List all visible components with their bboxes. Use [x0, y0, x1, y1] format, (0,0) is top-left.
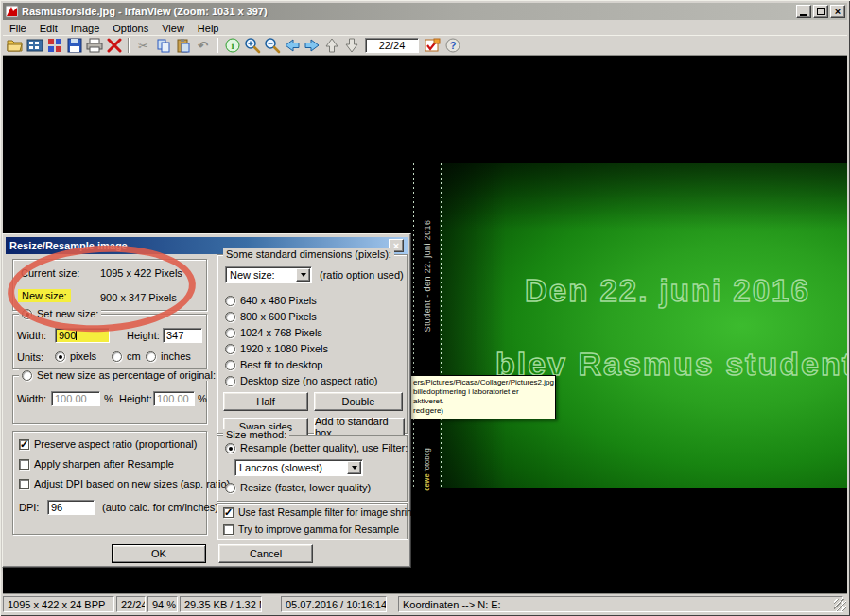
- chevron-down-icon[interactable]: [296, 268, 310, 282]
- checkbox-icon: [223, 524, 234, 535]
- page-indicator-field[interactable]: 22/24: [365, 38, 419, 53]
- resample-radio[interactable]: Resample (better quality), use Filter:: [225, 442, 408, 453]
- set-new-size-group: Set new size: Width: 900 Height: 347 Uni…: [12, 314, 207, 369]
- ok-button[interactable]: OK: [112, 544, 206, 563]
- minimize-button[interactable]: [796, 5, 811, 18]
- previous-image-icon[interactable]: [282, 36, 302, 55]
- jpg-lossless-operations-icon[interactable]: [423, 36, 442, 55]
- info-icon[interactable]: i: [222, 36, 242, 55]
- double-button[interactable]: Double: [314, 392, 403, 411]
- standard-dimensions-label: Some standard dimensions (pixels):: [223, 248, 394, 260]
- dpi-input[interactable]: 96: [47, 500, 95, 515]
- checkbox-icon: [223, 507, 234, 518]
- text-caret: [76, 331, 77, 340]
- add-to-standard-button[interactable]: Add to standard box: [314, 418, 405, 436]
- menu-file[interactable]: File: [3, 23, 33, 34]
- menu-image[interactable]: Image: [64, 23, 107, 34]
- percentage-label: Set new size as percentage of original:: [37, 369, 216, 381]
- first-file-icon[interactable]: [321, 36, 341, 55]
- unit-pixels-label: pixels: [70, 351, 96, 362]
- radio-icon: [225, 296, 235, 306]
- radio-icon: [225, 328, 235, 338]
- radio-best-fit[interactable]: Best fit to desktop: [225, 359, 322, 370]
- radio-label: 800 x 600 Pixels: [240, 311, 317, 322]
- radio-1920x1080[interactable]: 1920 x 1080 Pixels: [225, 343, 328, 354]
- slideshow-icon[interactable]: [44, 36, 64, 55]
- radio-800x600[interactable]: 800 x 600 Pixels: [225, 311, 317, 322]
- width-label: Width:: [17, 330, 46, 341]
- options-group: Preserve aspect ratio (proportional) App…: [12, 431, 207, 535]
- unit-cm-label: cm: [127, 351, 141, 362]
- radio-icon: [225, 344, 235, 354]
- radio-icon: [112, 351, 122, 362]
- delete-icon[interactable]: [104, 36, 124, 55]
- radio-640x480[interactable]: 640 x 480 Pixels: [225, 295, 317, 306]
- print-icon[interactable]: [84, 36, 104, 55]
- next-image-icon[interactable]: [302, 36, 321, 55]
- minimize-icon: [800, 14, 807, 16]
- gamma-checkbox[interactable]: Try to improve gamma for Resample: [223, 523, 399, 535]
- unit-inches-radio[interactable]: inches: [146, 351, 191, 362]
- percentage-radio[interactable]: [22, 370, 32, 381]
- svg-text:?: ?: [449, 40, 456, 51]
- percentage-legend[interactable]: Set new size as percentage of original:: [19, 369, 218, 381]
- filter-combobox[interactable]: Lanczos (slowest): [234, 459, 363, 476]
- height-input[interactable]: 347: [163, 328, 202, 343]
- unit-cm-radio[interactable]: cm: [112, 351, 141, 362]
- paste-icon[interactable]: [173, 36, 193, 55]
- standard-size-combobox[interactable]: New size:: [225, 266, 312, 283]
- cancel-button[interactable]: Cancel: [218, 544, 313, 563]
- checkbox-icon: [19, 479, 29, 489]
- cut-icon[interactable]: ✂: [133, 36, 153, 55]
- chevron-down-icon[interactable]: [347, 461, 361, 474]
- menu-options[interactable]: Options: [106, 23, 155, 34]
- irfanview-logo-icon: [6, 5, 19, 18]
- radio-1024x768[interactable]: 1024 x 768 Pixels: [225, 327, 322, 338]
- percent-width-value: 100.00: [55, 393, 87, 404]
- undo-icon[interactable]: ↶: [193, 36, 213, 55]
- zoom-out-icon[interactable]: [262, 36, 282, 55]
- percent-height-label: Height:: [119, 393, 152, 404]
- resize-grip[interactable]: [834, 599, 846, 611]
- radio-desktop-size[interactable]: Desktop size (no aspect ratio): [225, 375, 378, 386]
- radio-icon: [225, 312, 235, 322]
- toolbar-separator: [128, 38, 130, 53]
- checkbox-icon: [19, 439, 29, 450]
- percentage-group: Set new size as percentage of original: …: [12, 375, 207, 424]
- help-icon[interactable]: ?: [442, 36, 462, 55]
- close-button[interactable]: ×: [830, 5, 845, 18]
- unit-pixels-radio[interactable]: pixels: [55, 351, 96, 362]
- save-icon[interactable]: [64, 36, 84, 55]
- radio-label: 1920 x 1080 Pixels: [240, 343, 328, 354]
- menu-view[interactable]: View: [155, 23, 191, 34]
- height-label: Height:: [127, 330, 160, 341]
- copy-icon[interactable]: [153, 36, 173, 55]
- menu-edit[interactable]: Edit: [33, 23, 64, 34]
- maximize-button[interactable]: [813, 5, 828, 18]
- menu-help[interactable]: Help: [191, 23, 226, 34]
- toolbar-separator: [217, 38, 218, 53]
- adjust-dpi-label: Adjust DPI based on new sizes (asp. rati…: [34, 478, 230, 489]
- adjust-dpi-checkbox[interactable]: Adjust DPI based on new sizes (asp. rati…: [19, 478, 230, 489]
- set-new-size-legend[interactable]: Set new size:: [19, 308, 101, 319]
- cewe-logo: cewe fotobog: [423, 441, 434, 498]
- preserve-aspect-label: Preserve aspect ratio (proportional): [34, 438, 197, 450]
- percent-height-value: 100.00: [157, 393, 189, 404]
- new-size-row: New size:: [18, 289, 71, 302]
- thumbnails-icon[interactable]: [25, 36, 44, 55]
- unit-inches-label: inches: [161, 351, 191, 362]
- tooltip-line1: ers/Pictures/Picasa/Collager/Pictures2.j…: [413, 378, 551, 387]
- resize-radio[interactable]: Resize (faster, lower quality): [225, 482, 371, 493]
- status-page: 22/24: [116, 596, 146, 612]
- percent-width-label: Width:: [17, 393, 46, 404]
- fast-filter-checkbox[interactable]: Use fast Resample filter for image shrin…: [223, 506, 430, 518]
- last-file-icon[interactable]: [341, 36, 361, 55]
- half-button[interactable]: Half: [223, 392, 308, 411]
- set-new-size-radio[interactable]: [22, 309, 32, 319]
- cover-title-text: Den 22. juni 2016: [525, 273, 810, 309]
- zoom-in-icon[interactable]: [242, 36, 262, 55]
- sharpen-checkbox[interactable]: Apply sharpen after Resample: [19, 458, 174, 470]
- open-icon[interactable]: [5, 36, 25, 55]
- width-input[interactable]: 900: [55, 328, 110, 343]
- preserve-aspect-checkbox[interactable]: Preserve aspect ratio (proportional): [19, 438, 197, 450]
